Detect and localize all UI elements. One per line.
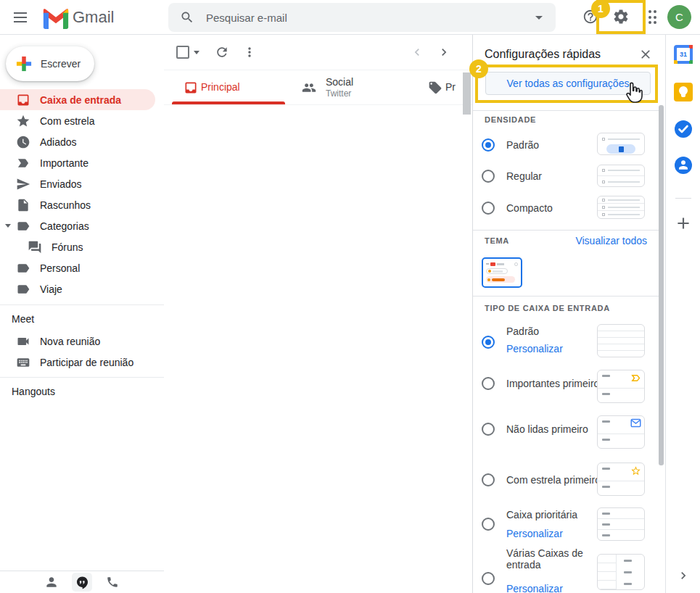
- inbox-radio-padrao[interactable]: [482, 336, 495, 349]
- tab-label: Principal: [201, 81, 240, 93]
- sidebar-item-forums[interactable]: Fóruns: [0, 236, 164, 257]
- account-avatar[interactable]: C: [667, 5, 691, 29]
- inbox-radio-varias-caixas[interactable]: [482, 572, 495, 585]
- select-caret-icon[interactable]: [194, 51, 199, 54]
- calendar-icon[interactable]: 31: [674, 45, 693, 64]
- divider: [675, 198, 691, 199]
- app-title: Gmail: [73, 8, 114, 27]
- sidebar-item-label: Personal: [40, 262, 80, 274]
- density-option-label[interactable]: Padrão: [506, 139, 539, 151]
- inbox-option-label[interactable]: Com estrela primeiro: [506, 474, 601, 486]
- gmail-app: Gmail Pesquisar e-mail 1 C Escrever: [0, 0, 700, 593]
- phone-footer-icon[interactable]: [104, 573, 121, 591]
- select-all-checkbox[interactable]: [176, 46, 189, 59]
- sidebar-item-personal[interactable]: Personal: [0, 257, 164, 278]
- inbox-radio-importantes[interactable]: [482, 377, 495, 390]
- view-all-themes-link[interactable]: Visualizar todos: [575, 235, 647, 246]
- inbox-option-label[interactable]: Padrão: [506, 325, 539, 337]
- sidebar-item-inbox[interactable]: Caixa de entrada: [0, 89, 155, 110]
- clock-icon: [16, 135, 30, 149]
- sidebar: Escrever Caixa de entrada Com estrela Ad…: [0, 35, 164, 593]
- search-input[interactable]: Pesquisar e-mail: [168, 3, 556, 32]
- theme-heading: TEMA: [485, 236, 509, 245]
- inbox-option-label[interactable]: Importantes primeiro: [506, 378, 599, 389]
- inbox-radio-nao-lidas[interactable]: [482, 423, 495, 436]
- panel-scrollbar[interactable]: [659, 105, 664, 465]
- forum-icon: [28, 240, 42, 254]
- people-icon: [302, 80, 316, 95]
- sidebar-item-viaje[interactable]: Viaje: [0, 278, 164, 299]
- compose-plus-icon: [16, 56, 32, 72]
- customize-link[interactable]: Personalizar: [506, 528, 563, 539]
- join-meeting-item[interactable]: Participar de reunião: [0, 352, 164, 373]
- inbox-thumbnail-com-estrela[interactable]: [597, 463, 645, 496]
- customize-link[interactable]: Personalizar: [506, 343, 563, 354]
- inbox-radio-prioritaria[interactable]: [482, 518, 495, 531]
- divider: [473, 110, 659, 111]
- inbox-thumbnail-prioritaria[interactable]: [597, 507, 645, 541]
- sidebar-footer: [0, 571, 164, 593]
- compose-label: Escrever: [41, 58, 81, 70]
- collapse-panel-icon[interactable]: [676, 568, 691, 583]
- inbox-thumbnail-importantes[interactable]: [597, 370, 645, 403]
- inbox-option-label[interactable]: Caixa prioritária: [506, 509, 577, 521]
- more-options-icon[interactable]: [242, 45, 257, 59]
- contacts-icon[interactable]: [674, 156, 693, 175]
- inbox-thumbnail-padrao[interactable]: [597, 324, 645, 357]
- view-all-settings-button[interactable]: Ver todas as configurações: [485, 72, 651, 95]
- gmail-logo-icon[interactable]: [42, 7, 70, 29]
- chevron-down-icon[interactable]: [5, 224, 11, 228]
- email-list-area: Principal Social Twitter Pr: [164, 35, 472, 593]
- sidebar-item-categories[interactable]: Categorias: [0, 215, 164, 236]
- density-thumbnail-compacto[interactable]: [597, 196, 645, 219]
- newer-page-icon[interactable]: [410, 45, 424, 59]
- sidebar-item-starred[interactable]: Com estrela: [0, 110, 164, 131]
- settings-gear-icon[interactable]: [612, 8, 630, 25]
- sidebar-item-important[interactable]: Importante: [0, 152, 164, 173]
- search-options-caret-icon[interactable]: [535, 16, 543, 20]
- inbox-radio-com-estrela[interactable]: [482, 473, 495, 486]
- inbox-icon: [16, 93, 30, 107]
- older-page-icon[interactable]: [437, 45, 451, 59]
- density-radio-regular[interactable]: [482, 170, 495, 183]
- keep-icon[interactable]: [674, 83, 693, 101]
- inbox-option-label[interactable]: Várias Caixas de entrada: [506, 547, 588, 571]
- sidebar-item-label: Fóruns: [52, 241, 83, 253]
- theme-thumbnail[interactable]: [482, 257, 522, 288]
- tab-subtitle: Twitter: [326, 88, 351, 99]
- customize-link[interactable]: Personalizar: [506, 583, 563, 593]
- google-apps-icon[interactable]: [643, 10, 657, 25]
- new-meeting-item[interactable]: Nova reunião: [0, 331, 164, 352]
- inbox-option-label[interactable]: Não lidas primeiro: [506, 423, 588, 435]
- density-radio-padrao[interactable]: [482, 138, 495, 152]
- density-thumbnail-padrao[interactable]: [597, 133, 645, 155]
- inbox-tab-icon: [184, 80, 198, 95]
- main-menu-icon[interactable]: [14, 12, 27, 22]
- refresh-icon[interactable]: [215, 45, 229, 59]
- label-icon: [16, 219, 30, 233]
- divider: [0, 304, 164, 305]
- sidebar-item-label: Importante: [40, 157, 88, 169]
- list-scrollbar[interactable]: [463, 72, 471, 115]
- density-option-label[interactable]: Compacto: [506, 202, 553, 214]
- density-option-label[interactable]: Regular: [506, 170, 542, 182]
- tutorial-step1-badge: 1: [591, 0, 610, 18]
- inbox-thumbnail-nao-lidas[interactable]: [597, 415, 645, 449]
- sidebar-item-label: Caixa de entrada: [40, 94, 121, 106]
- inbox-thumbnail-varias-caixas[interactable]: [597, 554, 645, 590]
- tab-principal[interactable]: Principal: [168, 70, 289, 104]
- tab-label: Social: [326, 76, 353, 88]
- contacts-footer-icon[interactable]: [43, 573, 60, 591]
- compose-button[interactable]: Escrever: [6, 46, 94, 81]
- tasks-icon[interactable]: [674, 120, 693, 138]
- density-radio-compacto[interactable]: [482, 202, 495, 215]
- hangouts-footer-icon[interactable]: [72, 573, 92, 592]
- get-add-ons-icon[interactable]: [674, 214, 693, 233]
- density-thumbnail-regular[interactable]: [597, 165, 645, 187]
- label-important-icon: [16, 156, 30, 170]
- close-icon[interactable]: [638, 47, 653, 62]
- sidebar-item-snoozed[interactable]: Adiados: [0, 131, 164, 152]
- sidebar-item-drafts[interactable]: Rascunhos: [0, 194, 164, 215]
- sidebar-item-sent[interactable]: Enviados: [0, 173, 164, 194]
- tab-social[interactable]: Social Twitter: [289, 70, 413, 104]
